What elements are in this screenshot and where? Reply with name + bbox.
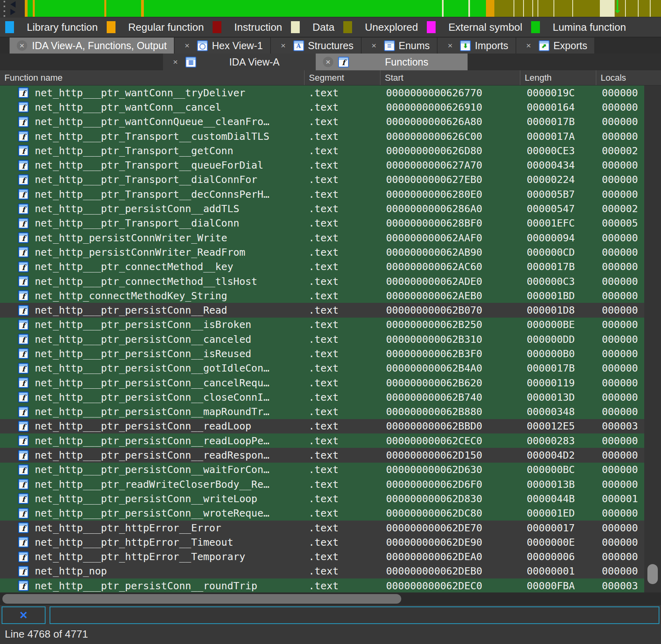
table-row[interactable]: f net_http___ptr_httpError__Error .text … <box>0 521 644 535</box>
length-cell: 00000348 <box>520 406 596 417</box>
vertical-scrollbar-thumb[interactable] <box>647 564 658 584</box>
function-icon: f <box>18 247 28 257</box>
function-icon-glyph: f <box>22 278 25 286</box>
table-row[interactable]: f net_http___ptr_persistConn__writeLoop … <box>0 491 644 506</box>
function-icon: f <box>18 276 28 286</box>
horizontal-scrollbar[interactable] <box>0 592 661 605</box>
locals-cell: 000000 <box>596 392 644 403</box>
function-icon-glyph: f <box>22 452 25 460</box>
function-name: net_http_persistConnWriter_Write <box>35 232 227 244</box>
function-name: net_http___ptr_Transport__getConn <box>35 145 233 157</box>
tab-close-icon[interactable]: × <box>369 40 379 51</box>
tab-close-icon[interactable]: × <box>278 40 289 51</box>
tab-structures[interactable]: × Structures <box>271 38 361 54</box>
function-name: net_http___ptr_connectMethod__key <box>35 261 233 272</box>
table-row[interactable]: f net_http___ptr_connectMethod__tlsHost … <box>0 274 644 288</box>
locals-cell: 000000 <box>596 522 644 534</box>
table-row[interactable]: f net_http___ptr_persistConn__wroteReque… <box>0 506 644 521</box>
tab-close-icon[interactable]: × <box>170 57 181 67</box>
table-row[interactable]: f net_http___ptr_persistConn__canceled .… <box>0 332 644 346</box>
table-row[interactable]: f net_http___ptr_persistConn__Read .text… <box>0 303 644 317</box>
column-header-length[interactable]: Length <box>520 70 596 85</box>
table-row[interactable]: f net_http___ptr_Transport__customDialTL… <box>0 129 644 143</box>
segment-cell: .text <box>305 580 380 592</box>
navband-segment <box>494 0 514 17</box>
table-row[interactable]: f net_http_persistConnWriter_ReadFrom .t… <box>0 245 644 259</box>
table-row[interactable]: f net_http___ptr_httpError__Timeout .tex… <box>0 535 644 549</box>
function-name-cell: f net_http___ptr_persistConn__readRespon… <box>0 449 305 461</box>
function-name-cell: f net_http___ptr_persistConn__isReused <box>0 348 305 360</box>
tab-close-icon[interactable]: × <box>182 40 192 51</box>
function-icon-glyph: f <box>22 380 25 387</box>
function-name: net_http___ptr_Transport__customDialTLS <box>35 131 269 142</box>
tab-enums[interactable]: × Enums <box>362 38 437 54</box>
horizontal-scrollbar-thumb[interactable] <box>2 594 401 604</box>
column-header-start[interactable]: Start <box>380 70 520 85</box>
table-row[interactable]: f net_http___ptr_wantConnQueue__cleanFro… <box>0 115 644 129</box>
column-header-locals[interactable]: Locals <box>596 70 661 85</box>
locals-cell: 000003 <box>596 580 644 592</box>
tab-ida-view-a[interactable]: × IDA View-A <box>163 54 316 70</box>
table-row[interactable]: f net_http___ptr_persistConn__readLoop .… <box>0 419 644 433</box>
tab-hex-view-1[interactable]: × Hex View-1 <box>175 38 270 54</box>
function-icon: f <box>18 189 28 199</box>
table-row[interactable]: f net_http___ptr_wantConn__cancel .text … <box>0 100 644 114</box>
table-row[interactable]: f net_http___ptr_connectMethod__key .tex… <box>0 260 644 274</box>
filter-input[interactable] <box>50 606 659 624</box>
column-header-function-name[interactable]: Function name <box>0 70 305 85</box>
tab-label: Hex View-1 <box>212 40 263 52</box>
table-row[interactable]: f net_http___ptr_Transport__dialConn .te… <box>0 216 644 231</box>
table-row[interactable]: f net_http___ptr_wantConn__tryDeliver .t… <box>0 85 644 100</box>
tab-close-icon[interactable]: × <box>17 40 27 51</box>
table-row[interactable]: f net_http___ptr_Transport__dialConnFor … <box>0 173 644 187</box>
table-row[interactable]: f net_http___ptr_readWriteCloserBody__Re… <box>0 477 644 491</box>
table-row[interactable]: f net_http___ptr_persistConn__waitForCon… <box>0 463 644 477</box>
tab-ida-view-a-functions-output[interactable]: × IDA View-A, Functions, Output <box>10 38 174 54</box>
table-row[interactable]: f net_http___ptr_httpError__Temporary .t… <box>0 550 644 564</box>
table-row[interactable]: f net_http___ptr_persistConn__readLoopPe… <box>0 433 644 448</box>
tab-imports[interactable]: × Imports <box>438 38 515 54</box>
tab-close-icon[interactable]: × <box>323 57 333 67</box>
start-cell: 0000000000627A70 <box>380 159 520 171</box>
table-row[interactable]: f net_http___ptr_persistConn__isReused .… <box>0 346 644 361</box>
function-name: net_http___ptr_persistConn__cancelRequ… <box>35 377 269 389</box>
table-row[interactable]: f net_http___ptr_persistConn__mapRoundTr… <box>0 405 644 419</box>
table-row[interactable]: f net_http___ptr_persistConn__roundTrip … <box>0 578 644 592</box>
segment-cell: .text <box>305 261 380 272</box>
table-row[interactable]: f net_http___ptr_persistConn__addTLS .te… <box>0 201 644 216</box>
function-name-cell: f net_http___ptr_readWriteCloserBody__Re… <box>0 479 305 490</box>
tab-exports[interactable]: × Exports <box>516 38 595 54</box>
function-icon-glyph: f <box>22 220 25 228</box>
ida-view-icon <box>185 57 196 68</box>
table-row[interactable]: f net_http___ptr_Transport__getConn .tex… <box>0 143 644 158</box>
nav-next-icon[interactable] <box>10 9 16 15</box>
table-row[interactable]: f net_http___ptr_persistConn__readRespon… <box>0 448 644 462</box>
tab-close-icon[interactable]: × <box>445 40 455 51</box>
legend-item: Regular function <box>107 21 204 34</box>
table-row[interactable]: f net_http___ptr_persistConn__closeConnI… <box>0 390 644 404</box>
vertical-scrollbar[interactable] <box>644 85 661 592</box>
segment-cell: .text <box>305 392 380 403</box>
tab-close-icon[interactable]: × <box>524 40 534 51</box>
table-row[interactable]: f net_http___ptr_persistConn__isBroken .… <box>0 318 644 332</box>
table-row[interactable]: f net_http_connectMethodKey_String .text… <box>0 288 644 303</box>
table-row[interactable]: f net_http___ptr_Transport__decConnsPerH… <box>0 187 644 201</box>
table-row[interactable]: f net_http___ptr_Transport__queueForDial… <box>0 158 644 172</box>
start-cell: 00000000006286A0 <box>380 203 520 215</box>
table-row[interactable]: f net_http___ptr_persistConn__gotIdleCon… <box>0 361 644 376</box>
column-header-segment[interactable]: Segment <box>305 70 380 85</box>
table-row[interactable]: f net_http_persistConnWriter_Write .text… <box>0 231 644 245</box>
segment-cell: .text <box>305 246 380 258</box>
function-name: net_http___ptr_persistConn__readLoopPe… <box>35 435 269 447</box>
function-name: net_http___ptr_persistConn__gotIdleCon… <box>35 362 269 374</box>
length-cell: 00000001 <box>520 565 596 577</box>
function-icon: f <box>18 407 28 417</box>
nav-prev-icon[interactable] <box>10 1 16 8</box>
filter-close-button[interactable]: ✕ <box>2 606 46 624</box>
navigation-band[interactable] <box>25 0 661 17</box>
table-row[interactable]: f net_http___ptr_persistConn__cancelRequ… <box>0 376 644 390</box>
start-cell: 000000000062DEA0 <box>380 551 520 563</box>
tab-functions[interactable]: × Functions <box>316 54 468 70</box>
segment-cell: .text <box>305 276 380 287</box>
table-row[interactable]: f net_http_nop .text 000000000062DEB0 00… <box>0 564 644 578</box>
